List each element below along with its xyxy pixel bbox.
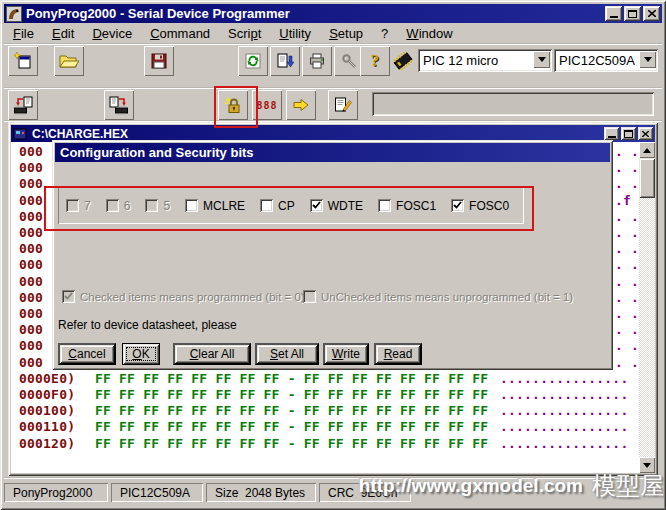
menubar: FileEditDeviceCommandScriptUtilitySetup?… — [4, 24, 662, 43]
checkbox-box[interactable] — [378, 199, 391, 212]
menu-setup[interactable]: Setup — [320, 25, 372, 42]
device-model-dropdown-button[interactable] — [639, 51, 656, 68]
write-device-button[interactable] — [104, 90, 134, 120]
hex-ascii-sliver: . . — [615, 306, 639, 321]
hex-address-sliver: 000 — [19, 144, 43, 159]
checkbox-label: 7 — [84, 199, 91, 213]
checkbox-box[interactable] — [451, 199, 464, 212]
hex-address-sliver: 000 — [19, 193, 43, 208]
hex-window-title: C:\CHARGE.HEX — [32, 127, 128, 141]
scrollbar-thumb[interactable] — [639, 158, 655, 198]
checkbox-box — [66, 199, 79, 212]
hex-address-sliver: 000 — [19, 241, 43, 256]
hex-address-sliver: 000 — [19, 176, 43, 191]
checkbox-box[interactable] — [260, 199, 273, 212]
hex-ascii: ................ — [500, 403, 628, 418]
edit-script-button[interactable] — [328, 90, 358, 120]
hex-ascii-sliver: .f — [615, 193, 631, 208]
scroll-down-button[interactable] — [639, 457, 655, 473]
ok-button[interactable]: OK — [122, 343, 160, 365]
hex-row: 0000E0)FF FF FF FF FF FF FF FF - FF FF F… — [11, 371, 639, 387]
write-button[interactable]: Write — [323, 343, 369, 365]
save-file-button[interactable] — [144, 46, 174, 76]
hex-ascii-sliver: . . — [615, 160, 639, 175]
hex-address-sliver: 000 — [19, 225, 43, 240]
security-bits-button[interactable] — [218, 90, 248, 120]
dialog-hint: Refer to device datasheet, please — [58, 318, 237, 332]
chevron-down-icon — [538, 57, 546, 62]
device-model-select[interactable]: PIC12C509A — [554, 49, 658, 72]
hex-ascii-sliver: . . — [615, 322, 639, 337]
new-window-icon — [14, 52, 32, 70]
checkbox-label: FOSC0 — [469, 199, 509, 213]
child-close-button[interactable] — [638, 127, 653, 140]
checkbox-box[interactable] — [310, 199, 323, 212]
set-all-button[interactable]: Set All — [255, 343, 319, 365]
checkbox-box — [145, 199, 158, 212]
hex-ascii-sliver: . . — [615, 176, 639, 191]
maximize-button[interactable] — [624, 6, 641, 21]
menu-edit[interactable]: Edit — [43, 25, 83, 42]
clear-all-button[interactable]: Clear All — [173, 343, 251, 365]
bit-checkbox-wdte[interactable]: WDTE — [310, 199, 363, 213]
read-device-button[interactable] — [8, 90, 38, 120]
device-model-value: PIC12C509A — [559, 53, 635, 68]
device-family-dropdown-button[interactable] — [533, 51, 550, 68]
hex-row: 000110)FF FF FF FF FF FF FF FF - FF FF F… — [11, 419, 639, 435]
menu-device[interactable]: Device — [83, 25, 141, 42]
menu-utility[interactable]: Utility — [270, 25, 320, 42]
bit-checkbox-cp[interactable]: CP — [260, 199, 295, 213]
config-word-icon: 888 — [256, 100, 277, 111]
help-button[interactable]: ? — [360, 46, 390, 76]
close-button[interactable] — [643, 6, 660, 21]
note-checkbox-0: Checked items means programmed (bit = 0) — [62, 290, 305, 303]
config-word-button[interactable]: 888 — [252, 90, 282, 120]
scroll-up-button[interactable] — [639, 142, 655, 158]
program-all-button[interactable] — [286, 90, 316, 120]
bit-checkbox-5: 5 — [145, 199, 170, 213]
menu-command[interactable]: Command — [141, 25, 219, 42]
child-maximize-button[interactable] — [621, 127, 636, 140]
write-doc-button[interactable] — [270, 46, 300, 76]
child-minimize-button[interactable] — [604, 127, 619, 140]
hex-address: 000100) — [19, 403, 75, 418]
hex-address: 0000F0) — [19, 387, 75, 402]
bit-checkbox-fosc0[interactable]: FOSC0 — [451, 199, 509, 213]
note-checkbox-1: UnChecked items means unprogrammed (bit … — [303, 290, 573, 303]
main-titlebar: PonyProg2000 - Serial Device Programmer — [4, 4, 662, 23]
menu-file[interactable]: File — [4, 25, 43, 42]
new-window-button[interactable] — [8, 46, 38, 76]
bit-checkbox-6: 6 — [106, 199, 131, 213]
hex-bytes: FF FF FF FF FF FF FF FF - FF FF FF FF FF… — [95, 371, 488, 386]
device-chip-icon — [390, 49, 416, 73]
chevron-down-icon — [644, 57, 652, 62]
menu-script[interactable]: Script — [219, 25, 270, 42]
hex-ascii: ................ — [500, 371, 628, 386]
hex-ascii-sliver: . . — [615, 338, 639, 353]
menu-window[interactable]: Window — [397, 25, 461, 42]
open-file-button[interactable] — [54, 46, 84, 76]
checkbox-label: CP — [278, 199, 295, 213]
cancel-button[interactable]: Cancel — [58, 343, 116, 365]
device-family-select[interactable]: PIC 12 micro — [418, 49, 552, 72]
vertical-scrollbar[interactable] — [639, 142, 655, 473]
write-doc-icon — [276, 53, 294, 69]
print-button[interactable] — [302, 46, 332, 76]
menu-?[interactable]: ? — [372, 25, 397, 42]
hex-address-sliver: 000 — [19, 338, 43, 353]
save-file-icon — [151, 53, 167, 69]
hex-address-sliver: 000 — [19, 306, 43, 321]
hex-ascii: ................ — [500, 436, 628, 451]
minimize-button[interactable] — [605, 6, 622, 21]
checkbox-box — [303, 290, 316, 303]
bit-checkbox-fosc1[interactable]: FOSC1 — [378, 199, 436, 213]
separator — [4, 43, 662, 45]
hex-ascii-sliver: . . — [615, 144, 639, 159]
reload-button[interactable] — [238, 46, 268, 76]
bit-checkbox-mclre[interactable]: MCLRE — [185, 199, 245, 213]
read-button[interactable]: Read — [374, 343, 422, 365]
status-bar: PonyProg2000PIC12C509ASize 2048 BytesCRC… — [4, 481, 662, 505]
help-icon: ? — [371, 51, 380, 71]
checkbox-label: Checked items means programmed (bit = 0) — [80, 291, 305, 303]
checkbox-box[interactable] — [185, 199, 198, 212]
